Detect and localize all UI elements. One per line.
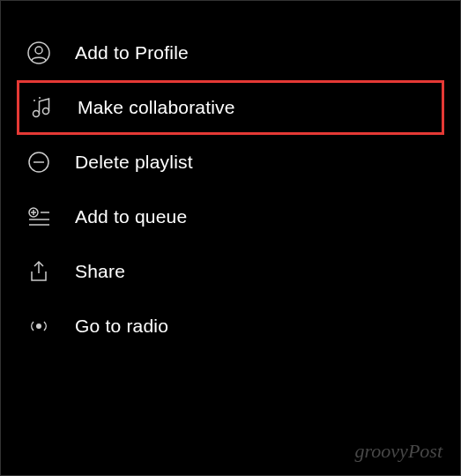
menu-item-label: Add to queue xyxy=(75,206,187,227)
menu-item-label: Make collaborative xyxy=(78,97,235,118)
menu-item-label: Share xyxy=(75,261,125,282)
profile-icon xyxy=(27,41,50,64)
svg-point-2 xyxy=(33,111,40,117)
svg-point-14 xyxy=(36,324,41,329)
menu-item-make-collaborative[interactable]: Make collaborative xyxy=(17,80,444,135)
watermark: groovyPost xyxy=(355,440,442,463)
menu-item-label: Delete playlist xyxy=(75,152,193,173)
share-icon xyxy=(27,260,50,283)
music-note-icon xyxy=(30,96,53,119)
svg-point-5 xyxy=(39,97,41,99)
menu-item-share[interactable]: Share xyxy=(1,244,460,299)
menu-item-label: Go to radio xyxy=(75,316,168,337)
menu-item-delete-playlist[interactable]: Delete playlist xyxy=(1,135,460,190)
radio-icon xyxy=(27,315,50,338)
svg-point-4 xyxy=(33,100,35,101)
minus-circle-icon xyxy=(27,151,50,174)
svg-point-3 xyxy=(43,108,49,115)
menu-item-add-to-profile[interactable]: Add to Profile xyxy=(1,26,460,80)
svg-point-1 xyxy=(35,47,42,54)
menu-item-add-to-queue[interactable]: Add to queue xyxy=(1,190,460,244)
context-menu: Add to Profile Make collaborative Delete… xyxy=(1,1,460,378)
queue-add-icon xyxy=(27,205,50,228)
menu-item-label: Add to Profile xyxy=(75,42,189,63)
menu-item-go-to-radio[interactable]: Go to radio xyxy=(1,299,460,353)
